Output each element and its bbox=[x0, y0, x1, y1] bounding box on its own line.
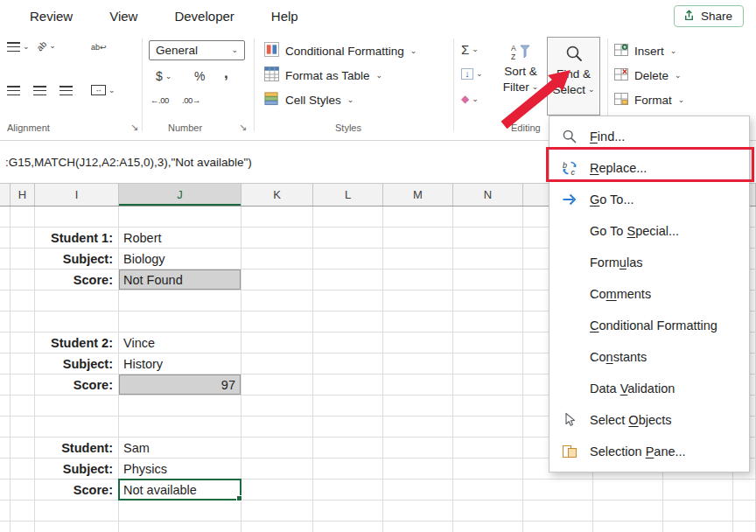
share-button[interactable]: Share bbox=[674, 5, 744, 27]
cell[interactable] bbox=[313, 270, 383, 290]
cell[interactable] bbox=[10, 206, 35, 228]
cell[interactable] bbox=[35, 312, 119, 332]
menu-item-select-objects[interactable]: Select Objects bbox=[550, 404, 749, 436]
cell-value[interactable]: 97 bbox=[119, 374, 242, 396]
clear-button[interactable]: ◆ ⌄ bbox=[461, 93, 479, 105]
cell[interactable] bbox=[383, 228, 453, 248]
active-cell[interactable]: Not available bbox=[119, 480, 242, 500]
column-header-k[interactable]: K bbox=[242, 184, 313, 206]
menu-item-go-to-special[interactable]: Go To Special... bbox=[550, 215, 749, 247]
cell[interactable] bbox=[663, 500, 733, 522]
column-header-j[interactable]: J bbox=[119, 184, 242, 206]
alignment-dialog-launcher[interactable]: ↘ bbox=[128, 121, 141, 134]
cell[interactable] bbox=[10, 332, 35, 354]
cell[interactable] bbox=[453, 438, 523, 458]
comma-style-button[interactable]: , bbox=[224, 69, 228, 78]
column-header-l[interactable]: L bbox=[313, 184, 383, 206]
cell[interactable] bbox=[119, 416, 242, 438]
cell[interactable] bbox=[453, 480, 523, 500]
cell[interactable] bbox=[10, 480, 35, 500]
cell[interactable] bbox=[313, 228, 383, 248]
justify-button[interactable]: ⌄ bbox=[7, 42, 30, 52]
column-header-n[interactable]: N bbox=[453, 184, 523, 206]
cell[interactable] bbox=[35, 522, 119, 532]
cell[interactable] bbox=[313, 500, 383, 522]
percent-style-button[interactable]: % bbox=[194, 69, 205, 83]
cell[interactable] bbox=[242, 522, 313, 532]
cell[interactable] bbox=[593, 480, 663, 500]
cell[interactable] bbox=[453, 270, 523, 290]
cell[interactable] bbox=[313, 206, 383, 228]
cell[interactable] bbox=[663, 480, 733, 500]
insert-cells-button[interactable]: Insert ⌄ bbox=[614, 40, 676, 61]
column-header-m[interactable]: M bbox=[383, 184, 453, 206]
cell[interactable] bbox=[242, 416, 313, 438]
orientation-button[interactable]: ab ⌄ bbox=[37, 41, 56, 51]
cell[interactable] bbox=[383, 206, 453, 228]
cell[interactable] bbox=[593, 522, 663, 532]
cell[interactable] bbox=[242, 206, 313, 228]
cell[interactable] bbox=[0, 228, 10, 248]
align-left-button[interactable] bbox=[7, 86, 20, 95]
increase-decimal-button[interactable]: ←.00 bbox=[150, 95, 169, 105]
cell-value[interactable]: Sam bbox=[119, 438, 242, 458]
cell[interactable] bbox=[242, 270, 313, 290]
cell[interactable] bbox=[453, 206, 523, 228]
cell[interactable] bbox=[453, 458, 523, 480]
cell[interactable] bbox=[453, 290, 523, 312]
menu-item-constants[interactable]: Constants bbox=[550, 341, 749, 373]
cell[interactable] bbox=[383, 270, 453, 290]
cell[interactable] bbox=[733, 500, 756, 522]
cell-label[interactable]: Subject: bbox=[35, 248, 119, 270]
cell[interactable] bbox=[242, 332, 313, 354]
menu-item-replace[interactable]: bcReplace... bbox=[550, 152, 749, 184]
cell-label[interactable]: Student 1: bbox=[35, 228, 119, 248]
menu-item-comments[interactable]: Comments bbox=[550, 278, 749, 310]
delete-cells-button[interactable]: Delete ⌄ bbox=[614, 65, 682, 86]
cell[interactable] bbox=[313, 416, 383, 438]
cell-label[interactable]: Subject: bbox=[35, 354, 119, 374]
cell[interactable] bbox=[313, 396, 383, 416]
cell[interactable] bbox=[523, 522, 593, 532]
cell[interactable] bbox=[0, 438, 10, 458]
cell-value[interactable]: History bbox=[119, 354, 242, 374]
cell[interactable] bbox=[242, 354, 313, 374]
cell[interactable] bbox=[242, 396, 313, 416]
cell[interactable] bbox=[663, 522, 733, 532]
cell[interactable] bbox=[0, 396, 10, 416]
cell[interactable] bbox=[242, 374, 313, 396]
cell[interactable] bbox=[242, 290, 313, 312]
cell[interactable] bbox=[0, 354, 10, 374]
cell[interactable] bbox=[10, 438, 35, 458]
menu-item-formulas[interactable]: Formulas bbox=[550, 247, 749, 278]
merge-center-button[interactable]: ↔ ⌄ bbox=[91, 85, 116, 95]
increase-indent-button[interactable] bbox=[60, 86, 73, 95]
cell[interactable] bbox=[733, 480, 756, 500]
cell[interactable] bbox=[10, 416, 35, 438]
wrap-text-button[interactable]: ab↩ bbox=[91, 43, 107, 52]
cell[interactable] bbox=[0, 500, 10, 522]
cell[interactable] bbox=[10, 248, 35, 270]
cell[interactable] bbox=[313, 248, 383, 270]
menu-item-go-to[interactable]: Go To... bbox=[550, 184, 749, 215]
decrease-decimal-button[interactable]: .00→ bbox=[182, 95, 200, 105]
column-header-h[interactable]: H bbox=[10, 184, 35, 206]
cell[interactable] bbox=[0, 374, 10, 396]
cell[interactable] bbox=[453, 522, 523, 532]
cell[interactable] bbox=[0, 332, 10, 354]
cell[interactable] bbox=[35, 416, 119, 438]
cell[interactable] bbox=[383, 374, 453, 396]
tab-review[interactable]: Review bbox=[30, 9, 73, 24]
cell[interactable] bbox=[0, 290, 10, 312]
cell[interactable] bbox=[383, 438, 453, 458]
cell[interactable] bbox=[313, 438, 383, 458]
menu-item-find[interactable]: Find... bbox=[550, 121, 749, 152]
cell[interactable] bbox=[593, 500, 663, 522]
fill-button[interactable]: ↓ ⌄ bbox=[461, 68, 483, 80]
column-header-i[interactable]: I bbox=[35, 184, 119, 206]
cell[interactable] bbox=[383, 290, 453, 312]
cell[interactable] bbox=[313, 332, 383, 354]
cell-value[interactable]: Robert bbox=[119, 228, 242, 248]
cell[interactable] bbox=[523, 480, 593, 500]
cell[interactable] bbox=[453, 332, 523, 354]
